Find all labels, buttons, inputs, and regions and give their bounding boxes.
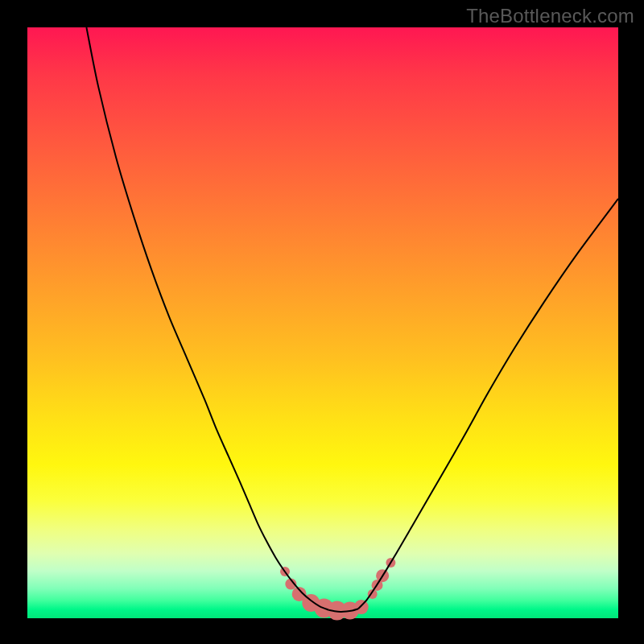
plot-area	[27, 27, 618, 618]
right-curve	[358, 199, 618, 609]
left-curve	[86, 27, 328, 610]
chart-svg	[27, 27, 618, 618]
marker-dot	[354, 600, 369, 614]
chart-stage: TheBottleneck.com	[0, 0, 644, 644]
watermark-text: TheBottleneck.com	[466, 5, 634, 27]
